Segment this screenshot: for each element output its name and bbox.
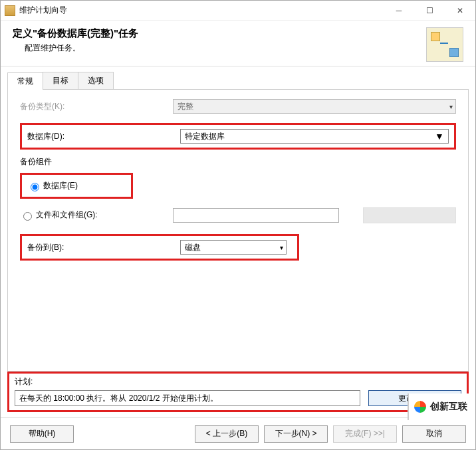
highlight-backup-to: 备份到(B): 磁盘 ▾ (20, 234, 299, 261)
chevron-down-icon: ▾ (280, 244, 283, 251)
body: 常规 目标 选项 备份类型(K): 完整 ▾ 数据库(D): 特定数据库 ▼ (1, 66, 475, 417)
tab-general[interactable]: 常规 (7, 72, 43, 90)
database-value: 特定数据库 (185, 131, 225, 142)
tab-target[interactable]: 目标 (43, 72, 78, 89)
tab-pane-general: 备份类型(K): 完整 ▾ 数据库(D): 特定数据库 ▼ 备份组件 (7, 90, 469, 372)
watermark-text: 创新互联 (430, 401, 467, 413)
schedule-value: 在每天的 18:00:00 执行。将从 2020/1/2 开始使用计划。 (19, 393, 218, 404)
page-title: 定义"备份数据库(完整)"任务 (13, 27, 419, 40)
cancel-button[interactable]: 取消 (402, 425, 466, 443)
window-title: 维护计划向导 (19, 5, 384, 16)
backup-type-label: 备份类型(K): (20, 101, 173, 112)
titlebar: 维护计划向导 ─ ☐ ✕ (1, 1, 475, 21)
backup-to-label: 备份到(B): (27, 242, 180, 253)
wizard-header: 定义"备份数据库(完整)"任务 配置维护任务。 (1, 21, 475, 66)
help-button[interactable]: 帮助(H) (10, 425, 74, 443)
radio-database-input[interactable] (31, 183, 39, 191)
finish-button: 完成(F) >>| (333, 425, 397, 443)
radio-database-label: 数据库(E) (43, 180, 78, 191)
highlight-database: 数据库(D): 特定数据库 ▼ (20, 123, 456, 150)
radio-filegroup[interactable]: 文件和文件组(G): (20, 209, 173, 221)
minimize-button[interactable]: ─ (384, 1, 414, 21)
chevron-down-icon: ▾ (449, 103, 453, 110)
close-button[interactable]: ✕ (445, 1, 475, 21)
page-subtitle: 配置维护任务。 (25, 43, 419, 54)
chevron-down-icon: ▼ (433, 130, 445, 142)
radio-filegroup-label: 文件和文件组(G): (36, 209, 98, 221)
prev-button[interactable]: < 上一步(B) (195, 425, 259, 443)
app-icon (5, 5, 15, 16)
schedule-area: 计划: 在每天的 18:00:00 执行。将从 2020/1/2 开始使用计划。… (7, 372, 469, 412)
filegroup-textbox[interactable] (173, 208, 339, 223)
backup-type-combo: 完整 ▾ (173, 99, 456, 114)
backup-to-combo[interactable]: 磁盘 ▾ (180, 240, 287, 255)
watermark-logo-icon (414, 401, 426, 413)
watermark: 创新互联 (408, 394, 475, 420)
database-label: 数据库(D): (27, 131, 180, 142)
radio-filegroup-input[interactable] (23, 212, 32, 221)
component-label: 备份组件 (20, 156, 456, 168)
footer: 帮助(H) < 上一步(B) 下一步(N) > 完成(F) >>| 取消 (1, 417, 475, 449)
highlight-radio-db: 数据库(E) (20, 173, 133, 199)
tab-options[interactable]: 选项 (78, 72, 114, 89)
wizard-icon (426, 27, 463, 62)
filegroup-browse-button (363, 207, 456, 223)
radio-database[interactable]: 数据库(E) (27, 180, 126, 191)
backup-to-value: 磁盘 (185, 242, 201, 253)
next-button[interactable]: 下一步(N) > (264, 425, 328, 443)
tabs: 常规 目标 选项 (7, 72, 469, 90)
schedule-textbox[interactable]: 在每天的 18:00:00 执行。将从 2020/1/2 开始使用计划。 (15, 390, 360, 406)
wizard-window: 维护计划向导 ─ ☐ ✕ 定义"备份数据库(完整)"任务 配置维护任务。 常规 … (0, 0, 476, 450)
database-combo[interactable]: 特定数据库 ▼ (180, 129, 449, 144)
schedule-label: 计划: (15, 376, 461, 388)
maximize-button[interactable]: ☐ (414, 1, 445, 21)
backup-type-value: 完整 (178, 101, 193, 112)
